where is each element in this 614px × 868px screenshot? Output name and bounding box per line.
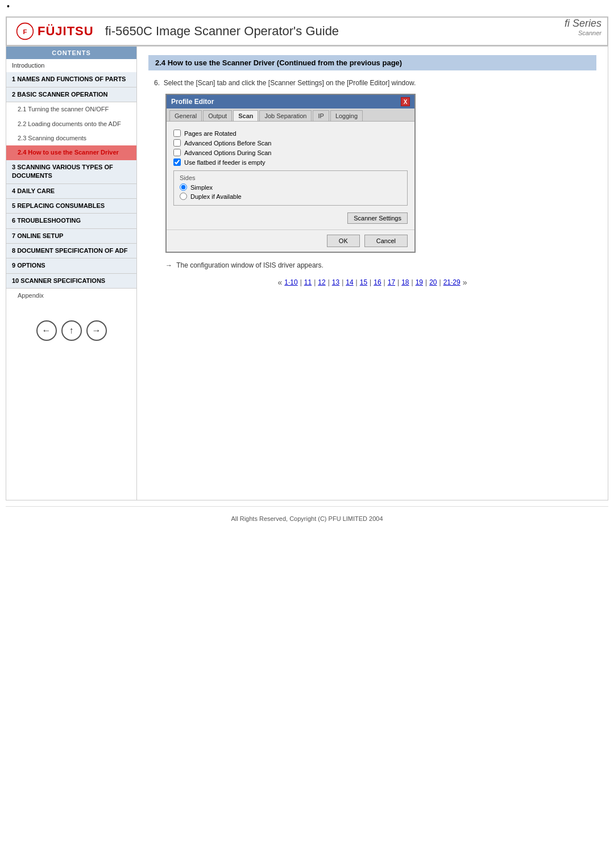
pagination: « 1·10 | 11 | 12 | 13 | 14 | 15 | 16 | 1… — [148, 278, 596, 287]
result-text: → The configuration window of ISIS drive… — [165, 261, 596, 269]
sidebar-item-introduction[interactable]: Introduction — [6, 59, 136, 72]
copyright-text: All Rights Reserved, Copyright (C) PFU L… — [231, 515, 383, 522]
pagination-page-21-29[interactable]: 21·29 — [443, 278, 460, 286]
sidebar-item-s10[interactable]: 10 SCANNER SPECIFICATIONS — [6, 274, 136, 289]
step-instruction: 6. Select the [Scan] tab and click the [… — [154, 79, 596, 87]
use-flatbed-row: Use flatbed if feeder is empty — [173, 158, 408, 166]
simplex-radio[interactable] — [180, 183, 187, 191]
advanced-during-label: Advanced Options During Scan — [184, 149, 271, 156]
pagination-page-14[interactable]: 14 — [346, 278, 353, 286]
sidebar: CONTENTS Introduction 1 NAMES AND FUNCTI… — [6, 47, 137, 500]
tab-general[interactable]: General — [169, 110, 202, 121]
duplex-label: Duplex if Available — [190, 193, 242, 200]
use-flatbed-label: Use flatbed if feeder is empty — [184, 159, 265, 166]
simplex-label: Simplex — [190, 184, 213, 191]
fujitsu-brand-text: FÜJITSU — [38, 24, 94, 39]
tab-logging[interactable]: Logging — [330, 110, 363, 121]
fi-series-badge: fi Series Scanner — [565, 18, 601, 36]
fi-series-label: fi Series — [565, 18, 601, 30]
pages-rotated-row: Pages are Rotated — [173, 130, 408, 137]
sidebar-item-s2-2[interactable]: 2.2 Loading documents onto the ADF — [6, 117, 136, 131]
tab-output[interactable]: Output — [203, 110, 232, 121]
pagination-next-all[interactable]: » — [463, 278, 467, 287]
sidebar-item-appendix[interactable]: Appendix — [6, 289, 136, 303]
profile-editor-title: Profile Editor — [171, 98, 214, 106]
tab-job-separation[interactable]: Job Separation — [259, 110, 312, 121]
sidebar-item-s1[interactable]: 1 NAMES AND FUNCTIONS OF PARTS — [6, 72, 136, 87]
tab-scan[interactable]: Scan — [233, 110, 258, 121]
profile-editor-footer: OK Cancel — [167, 229, 414, 252]
fujitsu-logo-icon: F — [16, 22, 34, 40]
profile-editor-window: Profile Editor X General Output Scan Job… — [165, 94, 416, 253]
sidebar-item-s2-3[interactable]: 2.3 Scanning documents — [6, 131, 136, 145]
advanced-before-label: Advanced Options Before Scan — [184, 140, 271, 147]
arrow-icon: → — [165, 261, 172, 269]
pagination-page-19[interactable]: 19 — [416, 278, 423, 286]
advanced-before-checkbox[interactable] — [173, 139, 181, 147]
sidebar-item-s6[interactable]: 6 TROUBLESHOOTING — [6, 214, 136, 228]
advanced-during-row: Advanced Options During Scan — [173, 149, 408, 156]
simplex-row: Simplex — [180, 183, 401, 191]
sidebar-item-s9[interactable]: 9 OPTIONS — [6, 258, 136, 273]
pagination-page-13[interactable]: 13 — [332, 278, 339, 286]
page-title: fi-5650C Image Scanner Operator's Guide — [105, 24, 598, 39]
nav-back-button[interactable]: ← — [36, 320, 57, 341]
sidebar-header: CONTENTS — [6, 47, 136, 59]
profile-editor-titlebar: Profile Editor X — [167, 95, 414, 108]
pagination-page-20[interactable]: 20 — [429, 278, 437, 286]
sidebar-navigation: ← ↑ → — [6, 315, 136, 347]
top-dot: • — [0, 0, 614, 11]
fi-series-sublabel: Scanner — [578, 30, 601, 36]
sidebar-item-s5[interactable]: 5 REPLACING CONSUMABLES — [6, 199, 136, 214]
advanced-before-row: Advanced Options Before Scan — [173, 139, 408, 147]
profile-editor-tabs: General Output Scan Job Separation IP Lo… — [167, 108, 414, 122]
duplex-radio[interactable] — [180, 193, 187, 200]
duplex-row: Duplex if Available — [180, 193, 401, 200]
pagination-page-18[interactable]: 18 — [401, 278, 409, 286]
scanner-settings-button[interactable]: Scanner Settings — [347, 212, 408, 224]
sidebar-item-s7[interactable]: 7 ONLINE SETUP — [6, 229, 136, 244]
cancel-button[interactable]: Cancel — [364, 235, 408, 247]
pagination-page-17[interactable]: 17 — [388, 278, 395, 286]
page-footer: All Rights Reserved, Copyright (C) PFU L… — [6, 506, 608, 531]
close-button[interactable]: X — [401, 97, 410, 106]
pagination-page-15[interactable]: 15 — [360, 278, 367, 286]
sidebar-item-s2[interactable]: 2 BASIC SCANNER OPERATION — [6, 87, 136, 102]
profile-editor-body: Pages are Rotated Advanced Options Befor… — [167, 122, 414, 229]
step-number: 6. — [154, 79, 160, 87]
sidebar-item-s3[interactable]: 3 SCANNING VARIOUS TYPES OF DOCUMENTS — [6, 160, 136, 184]
result-description: The configuration window of ISIS driver … — [176, 261, 323, 269]
section-title: 2.4 How to use the Scanner Driver (Conti… — [148, 55, 596, 70]
pagination-page-12[interactable]: 12 — [318, 278, 325, 286]
pages-rotated-label: Pages are Rotated — [184, 130, 237, 137]
ok-button[interactable]: OK — [327, 235, 360, 247]
pagination-prev-all[interactable]: « — [278, 278, 283, 287]
sidebar-item-s2-4[interactable]: 2.4 How to use the Scanner Driver — [6, 145, 136, 160]
sidebar-item-s4[interactable]: 4 DAILY CARE — [6, 184, 136, 199]
page-header: F FÜJITSU fi-5650C Image Scanner Operat… — [6, 16, 608, 46]
pagination-page-11[interactable]: 11 — [304, 278, 312, 286]
advanced-during-checkbox[interactable] — [173, 149, 181, 156]
main-layout: CONTENTS Introduction 1 NAMES AND FUNCTI… — [6, 46, 608, 500]
use-flatbed-checkbox[interactable] — [173, 158, 181, 166]
sidebar-item-s8[interactable]: 8 DOCUMENT SPECIFICATION OF ADF — [6, 244, 136, 258]
tab-ip[interactable]: IP — [313, 110, 329, 121]
nav-forward-button[interactable]: → — [86, 320, 107, 341]
svg-text:F: F — [23, 28, 27, 35]
pagination-page-1-10[interactable]: 1·10 — [284, 278, 297, 286]
step-description: Select the [Scan] tab and click the [Sca… — [164, 79, 416, 87]
fujitsu-logo: F FÜJITSU — [16, 22, 94, 40]
sides-group: Sides Simplex Duplex if Available — [173, 170, 408, 206]
pages-rotated-checkbox[interactable] — [173, 130, 181, 137]
pagination-page-16[interactable]: 16 — [374, 278, 381, 286]
nav-home-button[interactable]: ↑ — [61, 320, 82, 341]
sides-label: Sides — [180, 174, 401, 181]
sidebar-item-s2-1[interactable]: 2.1 Turning the scanner ON/OFF — [6, 102, 136, 116]
scanner-settings-container: Scanner Settings — [173, 210, 408, 224]
content-area: 2.4 How to use the Scanner Driver (Conti… — [137, 47, 608, 500]
